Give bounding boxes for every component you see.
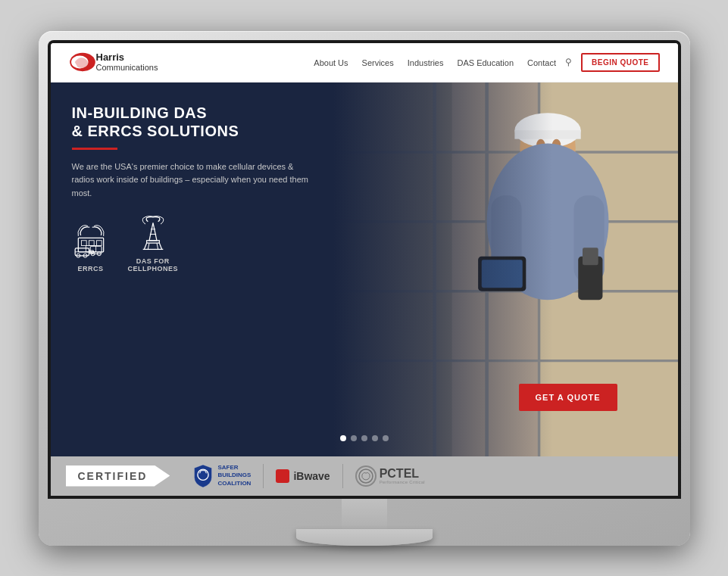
hero-divider (72, 148, 117, 150)
pctel-circle-icon (355, 465, 376, 487)
slide-dot-1[interactable] (340, 435, 346, 441)
das-cellphones-label: DAS FOR CELLPHONES (128, 257, 179, 272)
nav-item-about[interactable]: About Us (314, 55, 348, 69)
errcs-label: ERRCS (77, 265, 103, 272)
svg-line-40 (159, 243, 161, 249)
hero-content: IN-BUILDING DAS & ERRCS SOLUTIONS We are… (51, 83, 395, 456)
ibwave-logo: iBwave (276, 469, 330, 483)
monitor-stand-neck (342, 499, 387, 529)
svg-line-42 (157, 243, 158, 249)
hero-section: IN-BUILDING DAS & ERRCS SOLUTIONS We are… (51, 83, 678, 456)
slide-dot-5[interactable] (383, 435, 389, 441)
logo-icon (69, 51, 96, 73)
hero-subtitle: We are the USA's premier choice to make … (72, 160, 314, 201)
pctel-text: PCTEL Performance Critical (380, 468, 425, 484)
safer-buildings-logo: SAFER BUILDINGS COALITION (192, 464, 251, 488)
monitor-bezel: Harris Communications About Us Services … (48, 40, 681, 499)
cert-logos: SAFER BUILDINGS COALITION iBwave (177, 464, 425, 488)
slide-dot-4[interactable] (372, 435, 378, 441)
svg-rect-38 (146, 241, 159, 243)
svg-rect-20 (583, 248, 598, 265)
svg-point-13 (515, 113, 581, 148)
navigation: Harris Communications About Us Services … (51, 43, 678, 83)
svg-line-41 (148, 243, 149, 249)
nav-item-services[interactable]: Services (362, 55, 394, 69)
svg-marker-35 (149, 223, 157, 241)
monitor: Harris Communications About Us Services … (39, 31, 690, 546)
svg-rect-23 (482, 260, 523, 288)
nav-links: About Us Services Industries DAS Educati… (314, 55, 556, 69)
slide-dots (340, 435, 389, 441)
certified-label: CERTIFIED (78, 470, 148, 482)
errcs-icon (72, 223, 110, 260)
certified-badge: CERTIFIED (66, 465, 170, 487)
pctel-subtitle: Performance Critical (380, 480, 425, 484)
pctel-name: PCTEL (380, 468, 425, 480)
sbc-shield-icon (192, 464, 214, 488)
svg-line-39 (144, 243, 146, 249)
cert-divider-2 (342, 464, 343, 488)
nav-item-contact[interactable]: Contact (527, 55, 556, 69)
nav-item-industries[interactable]: Industries (408, 55, 444, 69)
cert-divider-1 (263, 464, 264, 488)
ibwave-icon (276, 469, 289, 483)
pctel-logo: PCTEL Performance Critical (355, 465, 425, 487)
certified-bar: CERTIFIED SAFER BUILDINGS COALITI (51, 456, 678, 496)
screen: Harris Communications About Us Services … (51, 43, 678, 496)
get-a-quote-button[interactable]: GET A QUOTE (519, 384, 617, 411)
pctel-icon (358, 469, 373, 484)
svg-rect-24 (78, 238, 103, 252)
hero-icons: ERRCS (72, 215, 374, 272)
logo-text: Harris Communications (96, 51, 158, 73)
svg-rect-26 (89, 241, 94, 246)
monitor-stand-base (296, 529, 433, 546)
slide-dot-3[interactable] (361, 435, 367, 441)
errcs-icon-item: ERRCS (72, 223, 110, 272)
logo: Harris Communications (69, 51, 158, 73)
das-icon-item: DAS FOR CELLPHONES (128, 215, 179, 272)
hero-title: IN-BUILDING DAS & ERRCS SOLUTIONS (72, 104, 374, 140)
begin-quote-button[interactable]: BEGIN QUOTE (581, 53, 660, 72)
svg-rect-14 (515, 130, 581, 139)
ibwave-text: iBwave (293, 470, 330, 482)
sbc-text: SAFER BUILDINGS COALITION (217, 464, 251, 487)
search-icon[interactable]: ⚲ (565, 57, 572, 67)
svg-point-45 (359, 469, 373, 483)
slide-dot-2[interactable] (351, 435, 357, 441)
svg-rect-27 (96, 241, 102, 246)
nav-item-das-education[interactable]: DAS Education (457, 55, 514, 69)
svg-rect-25 (81, 241, 86, 246)
das-cellphones-icon (134, 215, 172, 253)
